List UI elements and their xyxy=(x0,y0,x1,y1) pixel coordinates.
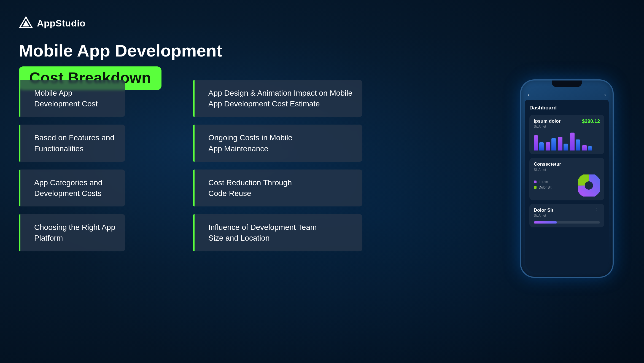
progress-title-group: Dolor Sit Sit Amet xyxy=(534,208,553,217)
bar-group-1 xyxy=(534,135,544,150)
progress-card-header: Dolor Sit Sit Amet ⋮ xyxy=(534,208,600,217)
pie-chart-subtitle: Sit Amet xyxy=(534,168,561,172)
dashboard-card-bar-chart: Ipsum dolor Sit Amet $290.12 xyxy=(529,115,604,154)
bar-chart-title-group: Ipsum dolor Sit Amet xyxy=(534,119,561,128)
card-4-text: Choosing the Right AppPlatform xyxy=(29,222,115,243)
pie-chart-title-group: Consectetur Sit Amet xyxy=(534,162,561,171)
bar-1a xyxy=(534,135,538,150)
nav-forward-arrow[interactable]: › xyxy=(604,92,606,98)
card-6-text: Ongoing Costs in MobileApp Maintenance xyxy=(203,132,292,154)
card-1-text: Mobile AppDevelopment Cost xyxy=(29,88,98,109)
pie-chart-header: Consectetur Sit Amet xyxy=(534,162,600,171)
bar-3a xyxy=(558,137,562,150)
card-7-text: Cost Reduction ThroughCode Reuse xyxy=(203,177,292,199)
progress-bar-fill xyxy=(534,221,557,224)
card-ongoing-costs[interactable]: Ongoing Costs in MobileApp Maintenance xyxy=(193,125,362,162)
legend-item-dolor: Dolor Sit xyxy=(534,185,573,189)
bar-4b xyxy=(576,139,580,150)
logo: AppStudio xyxy=(19,16,85,30)
phone-screen: Dashboard Ipsum dolor Sit Amet $290.12 xyxy=(525,100,609,273)
legend-item-lorem: Lorem xyxy=(534,180,573,184)
progress-card-title: Dolor Sit xyxy=(534,208,553,213)
pie-legend: Lorem Dolor Sit xyxy=(534,180,573,191)
phone-outer-shell: ‹ › Dashboard Ipsum dolor Sit Amet $290.… xyxy=(520,79,614,278)
bar-3b xyxy=(564,144,568,150)
left-cards-column: Mobile AppDevelopment Cost Based on Feat… xyxy=(19,80,125,251)
right-cards-column: App Design & Animation Impact on MobileA… xyxy=(193,80,362,251)
bar-chart-value: $290.12 xyxy=(582,119,600,124)
dashboard-card-progress: Dolor Sit Sit Amet ⋮ xyxy=(529,204,604,227)
card-5-text: App Design & Animation Impact on MobileA… xyxy=(203,88,352,109)
card-app-categories[interactable]: App Categories andDevelopment Costs xyxy=(19,170,125,206)
dashboard-title: Dashboard xyxy=(529,105,604,111)
bar-group-2 xyxy=(546,138,556,150)
card-right-platform[interactable]: Choosing the Right AppPlatform xyxy=(19,214,125,251)
bar-chart-subtitle: Sit Amet xyxy=(534,125,561,128)
card-mobile-app-dev-cost[interactable]: Mobile AppDevelopment Cost xyxy=(19,80,125,117)
dashboard-card-pie-chart: Consectetur Sit Amet Lorem xyxy=(529,158,604,200)
pie-chart-visual xyxy=(578,174,600,197)
card-features-functionalities[interactable]: Based on Features andFunctionalities xyxy=(19,125,125,162)
bar-group-4 xyxy=(570,133,580,150)
logo-icon xyxy=(19,16,33,30)
phone-notch xyxy=(552,80,582,87)
card-cost-reduction[interactable]: Cost Reduction ThroughCode Reuse xyxy=(193,170,362,206)
card-8-text: Influence of Development TeamSize and Lo… xyxy=(203,222,317,243)
bar-2a xyxy=(546,142,550,150)
progress-bar-track xyxy=(534,221,600,224)
card-3-text: App Categories andDevelopment Costs xyxy=(29,177,103,199)
nav-back-arrow[interactable]: ‹ xyxy=(528,92,530,98)
phone-mockup: ‹ › Dashboard Ipsum dolor Sit Amet $290.… xyxy=(517,8,616,349)
bar-chart-title: Ipsum dolor xyxy=(534,119,561,124)
bar-group-5 xyxy=(582,145,592,150)
bar-1b xyxy=(539,142,544,150)
bar-5a xyxy=(582,145,587,150)
legend-dot-purple xyxy=(534,181,537,183)
phone-frame: ‹ › Dashboard Ipsum dolor Sit Amet $290.… xyxy=(517,77,616,281)
bar-4a xyxy=(570,133,575,150)
logo-text: AppStudio xyxy=(37,18,85,29)
card-2-text: Based on Features andFunctionalities xyxy=(29,132,114,154)
progress-card-subtitle: Sit Amet xyxy=(534,214,553,217)
three-dots-menu[interactable]: ⋮ xyxy=(594,208,600,213)
card-dev-team-influence[interactable]: Influence of Development TeamSize and Lo… xyxy=(193,214,362,251)
pie-chart-title: Consectetur xyxy=(534,162,561,167)
bar-chart-visual xyxy=(534,131,600,150)
bar-chart-header: Ipsum dolor Sit Amet $290.12 xyxy=(534,119,600,128)
legend-dot-green xyxy=(534,186,537,189)
legend-label-dolor: Dolor Sit xyxy=(539,185,551,189)
pie-section: Lorem Dolor Sit xyxy=(534,174,600,197)
page-title-line1: Mobile App Development xyxy=(19,41,222,60)
card-app-design-animation[interactable]: App Design & Animation Impact on MobileA… xyxy=(193,80,362,117)
phone-nav-bar: ‹ › xyxy=(521,92,613,98)
bar-group-3 xyxy=(558,137,568,150)
legend-label-lorem: Lorem xyxy=(539,180,548,184)
bar-2b xyxy=(551,138,556,150)
bar-5b xyxy=(588,146,592,150)
